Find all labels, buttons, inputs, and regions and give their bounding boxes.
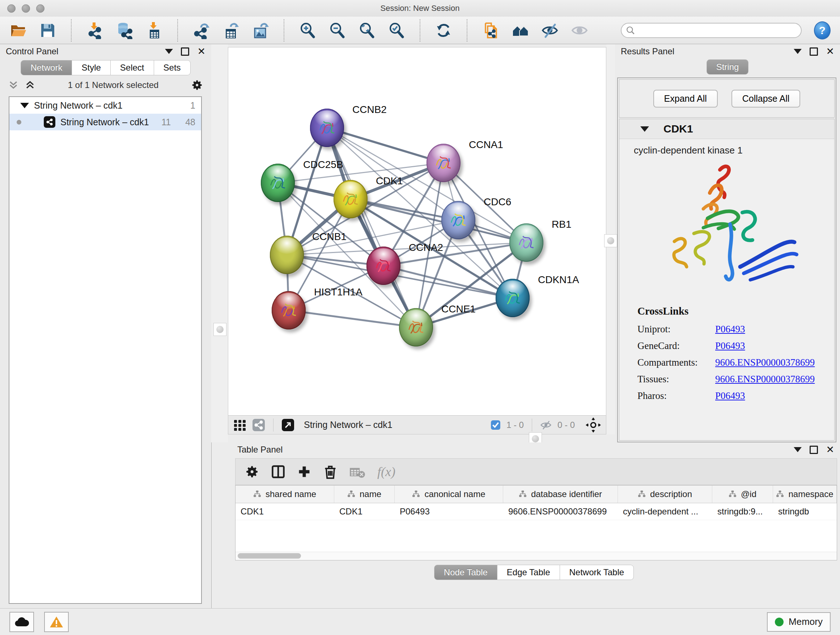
function-builder-icon[interactable]: f(x): [377, 464, 395, 479]
save-session-icon[interactable]: [39, 22, 57, 39]
network-node-cdc25b[interactable]: [261, 164, 295, 202]
export-table-icon[interactable]: [222, 22, 240, 39]
panel-float-icon[interactable]: [810, 446, 818, 454]
show-all-eye-icon[interactable]: [571, 22, 588, 39]
column-header-canonical-name[interactable]: canonical name: [395, 486, 503, 503]
export-image-icon[interactable]: [252, 22, 269, 39]
network-collection-row[interactable]: String Network – cdk1 1: [9, 97, 201, 114]
left-splitter-handle[interactable]: [213, 323, 226, 336]
column-header-description[interactable]: description: [618, 486, 712, 503]
network-options-gear-icon[interactable]: [191, 79, 203, 91]
network-node-ccnb1[interactable]: [270, 236, 304, 274]
tab-network[interactable]: Network: [21, 60, 72, 75]
panel-menu-icon[interactable]: [165, 49, 173, 54]
help-button[interactable]: ?: [814, 21, 831, 40]
export-network-icon[interactable]: [193, 22, 210, 39]
network-edges[interactable]: [228, 48, 606, 415]
network-canvas[interactable]: CCNB2CCNA1CDC25BCDK1CDC6RB1CCNB1CCNA2CDK…: [228, 48, 606, 415]
table-options-gear-icon[interactable]: [245, 464, 259, 479]
import-network-from-database-icon[interactable]: [116, 22, 133, 39]
column-header-name[interactable]: name: [334, 486, 395, 503]
open-in-window-icon[interactable]: [281, 418, 294, 432]
table-row[interactable]: CDK1CDK1P064939606.ENSP00000378699cyclin…: [235, 503, 837, 520]
column-header-shared-name[interactable]: shared name: [235, 486, 334, 503]
collection-expand-icon[interactable]: [20, 103, 29, 108]
birdseye-grid-icon[interactable]: [233, 418, 246, 432]
network-node-cdkn1a[interactable]: [496, 279, 530, 317]
crosslink-link[interactable]: P06493: [715, 390, 745, 402]
section-collapse-icon[interactable]: [640, 126, 649, 132]
zoom-selected-icon[interactable]: [388, 22, 405, 39]
column-header-@id[interactable]: @id: [712, 486, 773, 503]
tab-node-table[interactable]: Node Table: [434, 565, 497, 580]
tab-string[interactable]: String: [706, 59, 749, 74]
collapse-all-icon[interactable]: [8, 80, 19, 90]
edge-hist1h1a-ccne1[interactable]: [289, 310, 416, 327]
network-node-ccnb2[interactable]: [310, 109, 344, 147]
search-input[interactable]: [638, 25, 797, 35]
clone-network-icon[interactable]: [482, 22, 499, 39]
panel-close-icon[interactable]: ✕: [826, 446, 834, 453]
table-horizontal-scrollbar[interactable]: [235, 552, 837, 560]
open-session-icon[interactable]: [9, 22, 27, 39]
tab-network-table[interactable]: Network Table: [560, 565, 634, 580]
network-node-rb1[interactable]: [509, 223, 543, 262]
table-cell[interactable]: cyclin-dependent ...: [618, 503, 712, 520]
warning-button[interactable]: [44, 612, 69, 632]
refresh-icon[interactable]: [435, 22, 452, 39]
crosslink-link[interactable]: 9606.ENSP00000378699: [715, 357, 815, 368]
panel-close-icon[interactable]: ✕: [197, 48, 205, 55]
crosslink-link[interactable]: P06493: [715, 324, 745, 335]
collapse-all-button[interactable]: Collapse All: [731, 90, 801, 108]
expand-all-icon[interactable]: [25, 80, 35, 90]
tab-sets[interactable]: Sets: [154, 60, 191, 75]
hide-selected-eye-icon[interactable]: [541, 22, 559, 39]
tab-edge-table[interactable]: Edge Table: [497, 565, 560, 580]
network-node-ccna2[interactable]: [366, 247, 401, 285]
crosslink-link[interactable]: P06493: [715, 340, 745, 352]
zoom-in-icon[interactable]: [299, 22, 316, 39]
table-cell[interactable]: stringdb: [773, 503, 837, 520]
network-node-ccne1[interactable]: [399, 308, 433, 347]
panel-float-icon[interactable]: [810, 48, 818, 56]
network-share-icon[interactable]: [252, 418, 265, 432]
network-node-cdc6[interactable]: [441, 201, 475, 239]
table-cell[interactable]: P06493: [395, 503, 503, 520]
panel-menu-icon[interactable]: [794, 49, 802, 54]
houses-icon[interactable]: [512, 22, 529, 39]
panel-float-icon[interactable]: [181, 48, 189, 56]
panel-menu-icon[interactable]: [794, 447, 802, 452]
import-network-from-file-icon[interactable]: [86, 22, 103, 39]
selected-checkbox-icon[interactable]: [491, 420, 501, 430]
table-cell[interactable]: stringdb:9...: [712, 503, 773, 520]
edge-ccnb2-ccna1[interactable]: [327, 128, 444, 163]
center-view-icon[interactable]: [586, 417, 601, 432]
network-node-cdk1[interactable]: [333, 180, 368, 218]
cloud-button[interactable]: [9, 612, 34, 632]
tab-select[interactable]: Select: [111, 60, 154, 75]
memory-button[interactable]: Memory: [767, 612, 831, 632]
delete-column-icon[interactable]: [323, 464, 338, 479]
column-header-namespace[interactable]: namespace: [773, 486, 837, 503]
search-box[interactable]: [621, 23, 802, 38]
network-node-hist1h1a[interactable]: [272, 291, 306, 329]
import-table-from-file-icon[interactable]: [145, 22, 163, 39]
left-splitter[interactable]: [211, 44, 228, 442]
table-cell[interactable]: CDK1: [334, 503, 395, 520]
column-header-database-identifier[interactable]: database identifier: [503, 486, 618, 503]
network-node-ccna1[interactable]: [426, 144, 461, 182]
show-columns-icon[interactable]: [271, 464, 286, 479]
right-splitter[interactable]: [606, 44, 615, 442]
delete-table-icon[interactable]: [349, 464, 366, 479]
zoom-fit-icon[interactable]: [358, 22, 376, 39]
table-cell[interactable]: 9606.ENSP00000378699: [503, 503, 618, 520]
tab-style[interactable]: Style: [72, 60, 111, 75]
panel-close-icon[interactable]: ✕: [826, 48, 834, 55]
add-column-icon[interactable]: [297, 464, 311, 479]
protein-section-header[interactable]: CDK1: [619, 119, 834, 139]
edge-ccnb2-ccne1[interactable]: [327, 128, 416, 327]
table-cell[interactable]: CDK1: [235, 503, 334, 520]
hidden-eye-slash-icon[interactable]: [540, 419, 552, 431]
expand-all-button[interactable]: Expand All: [653, 90, 718, 108]
network-row[interactable]: String Network – cdk1 11 48: [9, 114, 201, 130]
